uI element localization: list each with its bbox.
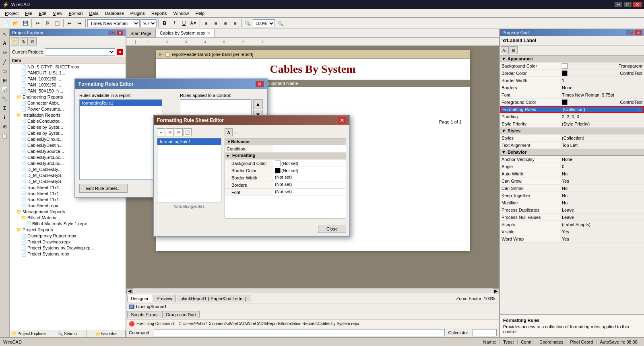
section-behavior-collapse-icon[interactable]: ▼: [502, 150, 506, 154]
prop-word-wrap[interactable]: Word Wrap Yes: [500, 235, 644, 243]
open-button[interactable]: 📂: [11, 19, 20, 28]
prop-process-null[interactable]: Process Null Values Leave: [500, 214, 644, 221]
project-dropdown[interactable]: [45, 48, 115, 56]
tab-close-icon[interactable]: ✕: [207, 31, 210, 35]
fse-formatting-collapse[interactable]: ▼: [225, 152, 231, 159]
tab-blank-report[interactable]: blankReport1 { PaperKind:Letter }: [177, 295, 250, 302]
align-center-button[interactable]: ≡: [211, 19, 220, 28]
project-close-button[interactable]: ✕: [117, 49, 123, 55]
fre-edit-rule-sheet-button[interactable]: Edit Rule Sheet...: [79, 184, 128, 193]
prop-font[interactable]: Font Times New Roman, 9.75pt: [500, 91, 644, 99]
fse-prop-borders[interactable]: Borders (Not set): [225, 181, 346, 189]
prop-multiline[interactable]: Multiline No: [500, 199, 644, 206]
tab-preview[interactable]: Preview: [153, 295, 176, 302]
text-icon[interactable]: A: [0, 39, 9, 48]
fmt-sheet-close-button[interactable]: Close: [318, 225, 346, 233]
fse-prop-border-width[interactable]: Border Width (Not set): [225, 174, 346, 181]
bold-button[interactable]: B: [160, 19, 169, 28]
underline-button[interactable]: U: [180, 19, 188, 28]
property-close-button[interactable]: ✕: [635, 30, 642, 35]
tree-item-run-sheet-3[interactable]: 📄Run Sheet 11x1...: [10, 197, 126, 203]
tree-item-systems-drawing[interactable]: 📄Project Systems by Drawing.rep...: [10, 245, 126, 251]
menu-project[interactable]: Project: [2, 10, 22, 16]
prop-border-color[interactable]: Border Color ControlText: [500, 70, 644, 77]
horizontal-scrollbar[interactable]: ◀ ▶: [126, 288, 499, 294]
tab-search[interactable]: 🔍 Search: [48, 330, 87, 337]
panel-pin-button[interactable]: 📌: [108, 31, 116, 35]
fre-up-button[interactable]: ▲: [253, 99, 263, 109]
fse-rule-item-1[interactable]: formattingRule1: [157, 138, 221, 145]
prop-styles[interactable]: Styles (Collection): [500, 134, 644, 142]
scroll-left-button[interactable]: ◀: [126, 288, 133, 294]
prop-can-shrink[interactable]: Can Shrink No: [500, 185, 644, 192]
fse-rule-list[interactable]: formattingRule1: [157, 138, 221, 202]
grid-icon[interactable]: ⊞: [0, 76, 9, 85]
menu-plugins[interactable]: Plugins: [127, 10, 148, 16]
tab-group-sort[interactable]: Group and Sort: [162, 311, 200, 318]
tab-designer[interactable]: Designer: [127, 295, 152, 302]
tree-folder-bom[interactable]: 📁Bills of Material: [10, 215, 126, 221]
menu-view[interactable]: View: [50, 10, 66, 16]
fse-prop-font[interactable]: Font (Not set): [225, 189, 346, 196]
rect-icon[interactable]: ▭: [0, 67, 9, 76]
crosshair-icon[interactable]: ⊕: [0, 122, 9, 131]
calculator-input[interactable]: [473, 329, 497, 336]
menu-edit[interactable]: Edit: [35, 10, 50, 16]
redo-button[interactable]: ↪: [75, 19, 84, 28]
align-justify-button[interactable]: ≡: [231, 19, 239, 28]
tool-icon[interactable]: 🔧: [0, 95, 9, 103]
prop-process-duplicates[interactable]: Process Duplicates Leave: [500, 206, 644, 214]
prop-border-width[interactable]: Border Width 1: [500, 77, 644, 84]
tree-item-drawings[interactable]: 📄Project Drawings.repx: [10, 239, 126, 245]
fse-delete-button[interactable]: ✕: [166, 128, 174, 136]
formatting-rules-dots-button[interactable]: ···: [638, 107, 642, 112]
tab-favorites[interactable]: ⭐ Favorites: [87, 330, 126, 337]
tree-item-panduit[interactable]: 📄PANDUIT_LISL 1...: [10, 70, 126, 76]
tree-item-discrepency[interactable]: 📄Discrepency Report.repx: [10, 233, 126, 239]
line-icon[interactable]: ╱: [0, 58, 9, 66]
align-left-button[interactable]: ≡: [202, 19, 211, 28]
scroll-right-button[interactable]: ▶: [493, 288, 499, 294]
menu-database[interactable]: Database: [102, 10, 127, 16]
chart-bar-icon[interactable]: 📊: [0, 85, 9, 94]
undo-button[interactable]: ↩: [65, 19, 74, 28]
panel-close-button[interactable]: ✕: [117, 31, 123, 35]
fre-available-item-1[interactable]: formattingRule1: [80, 100, 162, 106]
prop-borders[interactable]: Borders None: [500, 84, 644, 91]
maximize-button[interactable]: □: [624, 2, 632, 7]
fmt-rules-editor-close-button[interactable]: ✕: [256, 81, 264, 87]
fmt-sheet-editor-close-x-button[interactable]: ✕: [338, 117, 346, 124]
zoom-select[interactable]: 100%: [253, 19, 275, 27]
zoom-in-button[interactable]: 🔍: [276, 19, 285, 28]
prop-background-color[interactable]: Background Color Transparent: [500, 62, 644, 70]
prop-text-alignment[interactable]: Text Alignment Top Left: [500, 142, 644, 149]
fse-prop-border-color[interactable]: Border Color (Not set): [225, 167, 346, 174]
font-select[interactable]: Times New Roman: [87, 19, 140, 27]
info-icon[interactable]: ℹ: [0, 113, 9, 122]
refresh-button[interactable]: ↻: [20, 37, 28, 45]
sort-alpha-button[interactable]: A↓: [501, 46, 509, 54]
section-collapse-icon[interactable]: ▼: [502, 56, 506, 61]
menu-format[interactable]: Format: [66, 10, 86, 16]
report-icon[interactable]: 📋: [0, 132, 9, 140]
font-size-select[interactable]: 9.75: [140, 19, 157, 27]
draw-icon[interactable]: ✏: [0, 48, 9, 57]
fse-paste-button[interactable]: 📋: [184, 128, 192, 136]
fse-prop-bg-color[interactable]: Background Color (Not set): [225, 160, 346, 167]
fse-sort-alpha-button[interactable]: A: [225, 128, 233, 136]
save-button[interactable]: 💾: [21, 19, 30, 28]
minimize-button[interactable]: ─: [615, 2, 623, 7]
menu-data[interactable]: Data: [86, 10, 101, 16]
prop-visible[interactable]: Visible Yes: [500, 228, 644, 235]
collapse-button[interactable]: ⊟: [29, 37, 37, 45]
prop-foreground-color[interactable]: Foreground Color ControlText: [500, 99, 644, 106]
prop-keep-together[interactable]: Keep Together No: [500, 192, 644, 199]
add-project-button[interactable]: 📁: [11, 37, 19, 45]
prop-scripts[interactable]: Scripts (Label Scripts): [500, 221, 644, 228]
fse-copy-button[interactable]: ⎘: [175, 128, 183, 136]
tree-item-bom-style1[interactable]: 📄Bill of Materials Style 1.repx: [10, 221, 126, 227]
zoom-out-button[interactable]: 🔍: [243, 19, 252, 28]
paste-button[interactable]: 📋: [53, 19, 62, 28]
prop-padding[interactable]: Padding 2, 2, 0, 0: [500, 113, 644, 120]
prop-style-priority[interactable]: Style Priority (Style Priority): [500, 120, 644, 128]
